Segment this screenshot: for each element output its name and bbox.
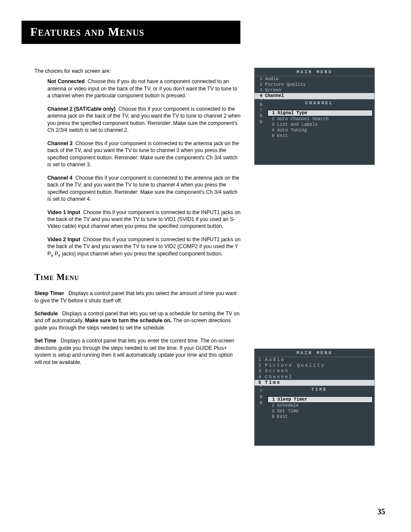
choice-label: Video 2 Input (47, 236, 80, 243)
menu-label: Picture Quality (265, 82, 306, 87)
choice-text: Choose this if your component is connect… (47, 175, 239, 202)
choice-video-2: Video 2 Input Choose this if your compon… (47, 236, 241, 258)
menu-num: 1 (256, 76, 262, 82)
menu-label: List and Labels (277, 122, 318, 128)
submenu-item-autotuning[interactable]: 4Auto Tuning (264, 128, 374, 133)
menu-label: Channel (265, 374, 293, 380)
choice-channel-2: Channel 2 (SAT/Cable only) Choose this i… (47, 106, 241, 134)
choice-text-post: jacks) input channel when you press the … (61, 251, 223, 257)
menu-item-time[interactable]: 5Time (255, 380, 374, 386)
submenu-item-schedule[interactable]: 2Schedule (264, 403, 374, 408)
menu-left-numbers: 5 6 7 8 0 (256, 96, 262, 125)
menu-num: 1 (269, 110, 275, 116)
menu-label: Auto Tuning (277, 128, 307, 133)
choice-not-connected: Not Connected Choose this if you do not … (47, 78, 241, 99)
menu-label: Picture Quality (265, 363, 325, 368)
menu-column: MAIN MENU 1Audio 2Picture Quality 3Scree… (254, 68, 375, 446)
menu-item-picture[interactable]: 2Picture Quality (255, 82, 374, 87)
menu-num: 2 (268, 403, 274, 408)
menu-num: 3 (256, 87, 262, 93)
menu-label: Schedule (277, 403, 299, 408)
time-menu-heading: Time Menu (34, 271, 241, 283)
menu-num: 1 (256, 357, 262, 363)
menu-num: 0 (268, 414, 274, 420)
item-label: Sleep Timer (34, 290, 64, 296)
submenu-item-signal[interactable]: 1Signal Type (268, 110, 373, 116)
menu-num: 3 (256, 368, 262, 374)
menu-label: Sleep Timer (277, 397, 307, 402)
menu-item-channel[interactable]: 4Channel (255, 374, 374, 380)
submenu-item-sleeptimer[interactable]: 1Sleep Timer (268, 396, 373, 403)
menu-label: Exit (277, 414, 288, 420)
intro-text: The choices for each screen are: (34, 68, 241, 75)
schedule-para: Schedule Displays a control panel that l… (34, 310, 241, 331)
text-column: The choices for each screen are: Not Con… (26, 68, 241, 372)
menu-label: Exit (277, 133, 288, 139)
menu-num: 0 (256, 400, 262, 406)
submenu-title: TIME (264, 386, 374, 393)
menu-label: Audio (265, 357, 285, 363)
menu-num: 4 (256, 374, 262, 380)
item-label: Schedule (34, 311, 58, 317)
page-title: Features and Menus (22, 21, 240, 44)
submenu-title: CHANNEL (264, 100, 374, 106)
menu-item-picture[interactable]: 2Picture Quality (255, 363, 374, 368)
menu-item-screen[interactable]: 3Screen (255, 368, 374, 374)
choice-label: Channel 3 (47, 140, 72, 146)
menu-num: 0 (268, 133, 274, 139)
menu-label: Set Time (277, 408, 299, 414)
menu-item-channel[interactable]: 4Channel (255, 93, 374, 99)
menu-num: 6 (256, 383, 262, 389)
page-number: 35 (377, 507, 385, 516)
menu-label: Screen (265, 87, 281, 93)
submenu-item-autosearch[interactable]: 2Auto Channel Search (264, 116, 374, 122)
item-text: Displays a control panel that lets you s… (34, 290, 237, 303)
menu-num: 7 (256, 108, 262, 113)
submenu-time: TIME 1Sleep Timer 2Schedule 3Set Time 0E… (264, 386, 374, 420)
content-row: The choices for each screen are: Not Con… (26, 68, 385, 446)
submenu-item-exit[interactable]: 0Exit (264, 414, 374, 420)
menu-label: Signal Type (277, 110, 307, 116)
menu-num: 2 (268, 116, 274, 122)
menu-label: Screen (265, 368, 289, 374)
menu-title: MAIN MENU (255, 349, 374, 357)
menu-item-audio[interactable]: 1Audio (255, 76, 374, 82)
submenu-channel: CHANNEL 1Signal Type 2Auto Channel Searc… (264, 99, 374, 139)
menu-num: 3 (268, 122, 274, 128)
choice-text: Choose this if your component is connect… (47, 140, 239, 168)
choice-label: Not Connected (47, 78, 85, 84)
menu-title: MAIN MENU (255, 68, 374, 76)
submenu-item-exit[interactable]: 0Exit (264, 133, 374, 139)
menu-num: 2 (256, 363, 262, 368)
menu-item-audio[interactable]: 1Audio (255, 357, 374, 363)
menu-label: Audio (265, 76, 279, 82)
choice-label: Channel 2 (SAT/Cable only) (47, 106, 115, 112)
choice-channel-3: Channel 3 Choose this if your component … (47, 140, 241, 168)
submenu-item-listlabels[interactable]: 3List and Labels (264, 122, 374, 128)
menu-left-numbers: 6 7 8 0 (256, 383, 262, 406)
choice-video-1: Video 1 Input Choose this if your compon… (47, 209, 241, 230)
menu-num: 2 (256, 82, 262, 87)
sleep-timer-para: Sleep Timer Displays a control panel tha… (34, 290, 241, 304)
menu-label: Auto Channel Search (277, 116, 329, 122)
menu-num: 7 (256, 389, 262, 394)
set-time-para: Set Time Displays a control panel that l… (34, 337, 241, 366)
item-text: Displays a control panel that lets you e… (34, 338, 234, 365)
menu-num: 3 (268, 408, 274, 414)
menu-num: 4 (268, 128, 274, 133)
menu-num: 1 (269, 397, 275, 402)
choice-channel-4: Channel 4 Choose this if your component … (47, 174, 241, 203)
choice-text-mid: P (53, 251, 58, 257)
item-bold: Make sure to turn the schedule on. (85, 317, 171, 324)
menu-item-screen[interactable]: 3Screen (255, 87, 374, 93)
menu-label: Channel (265, 93, 284, 99)
menu-num: 5 (256, 96, 262, 102)
menu-num: 8 (256, 394, 262, 400)
choice-label: Video 1 Input (47, 209, 80, 215)
menu-num: 0 (256, 119, 262, 125)
menu-label: Time (265, 380, 281, 386)
main-menu-channel: MAIN MENU 1Audio 2Picture Quality 3Scree… (254, 68, 375, 165)
main-menu-time: MAIN MENU 1Audio 2Picture Quality 3Scree… (254, 348, 375, 446)
submenu-item-settime[interactable]: 3Set Time (264, 408, 374, 414)
menu-num: 8 (256, 113, 262, 119)
